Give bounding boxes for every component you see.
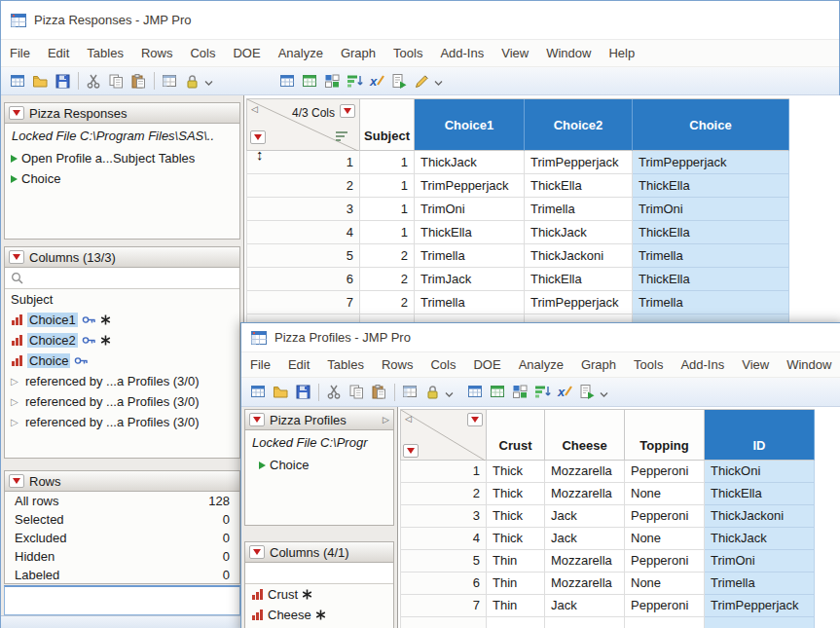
row-number-cell[interactable]: 2 bbox=[247, 174, 360, 198]
cell[interactable]: 2 bbox=[360, 244, 415, 268]
data-table-button[interactable] bbox=[464, 381, 487, 403]
toolbar-overflow-button[interactable] bbox=[203, 70, 214, 92]
cell[interactable]: ThickElla bbox=[633, 174, 789, 198]
cell[interactable]: TrimPepperjack bbox=[633, 151, 789, 174]
columns-search-input[interactable] bbox=[28, 270, 234, 287]
menu-file[interactable]: File bbox=[1, 41, 39, 65]
cell[interactable]: ThickElla bbox=[633, 221, 789, 244]
new-data-table-button[interactable] bbox=[247, 381, 270, 403]
menu-cols[interactable]: Cols bbox=[421, 352, 464, 377]
cut-button[interactable] bbox=[323, 381, 346, 403]
table-script-open-profile[interactable]: Open Profile a...Subject Tables bbox=[5, 148, 239, 168]
cell[interactable]: ThickOni bbox=[705, 461, 815, 483]
cell[interactable]: Mozzarella bbox=[545, 483, 625, 505]
toolbar-overflow-button[interactable] bbox=[444, 382, 455, 403]
menu-file[interactable]: File bbox=[241, 352, 279, 377]
cell[interactable]: ThickElla bbox=[525, 174, 633, 198]
sort-button[interactable] bbox=[344, 70, 366, 92]
cell[interactable]: TrimJack bbox=[415, 268, 525, 291]
cell[interactable]: TrimPepperjack bbox=[415, 174, 525, 198]
cell[interactable]: ThickJackoni bbox=[525, 244, 633, 268]
cell[interactable]: Trimella bbox=[415, 244, 525, 268]
column-header-choice1[interactable]: Choice1 bbox=[415, 99, 525, 151]
formula-button[interactable]: x bbox=[366, 70, 388, 92]
run-script-button[interactable] bbox=[576, 381, 599, 403]
cell[interactable]: Trimella bbox=[633, 244, 789, 268]
table-script-choice[interactable]: Choice bbox=[245, 455, 393, 475]
new-data-table-button[interactable] bbox=[7, 70, 29, 92]
menu-window[interactable]: Window bbox=[537, 41, 600, 65]
menu-graph[interactable]: Graph bbox=[332, 41, 384, 65]
cell[interactable]: Thick bbox=[487, 528, 545, 550]
menu-doe[interactable]: DOE bbox=[224, 41, 269, 65]
cell[interactable]: 1 bbox=[360, 198, 415, 221]
toolbar-overflow-button[interactable] bbox=[433, 70, 444, 92]
cell[interactable]: Thick bbox=[487, 505, 545, 528]
column-item-choice1[interactable]: Choice1 bbox=[5, 310, 239, 330]
menu-view[interactable]: View bbox=[493, 41, 537, 65]
column-item-crust[interactable]: Crust bbox=[245, 584, 393, 605]
paste-button[interactable] bbox=[368, 381, 390, 403]
paste-button[interactable] bbox=[128, 70, 150, 92]
annotate-button[interactable] bbox=[411, 70, 433, 92]
table-corner[interactable]: ◁ 4/3 Cols bbox=[247, 99, 360, 151]
menu-rows[interactable]: Rows bbox=[132, 41, 182, 65]
split-table-button[interactable] bbox=[509, 381, 531, 403]
referenced-tables-item[interactable]: ▷referenced by ...a Profiles (3/0) bbox=[5, 371, 239, 391]
menu-tables[interactable]: Tables bbox=[318, 352, 373, 377]
column-header-choice[interactable]: Choice bbox=[633, 99, 789, 151]
copy-button[interactable] bbox=[105, 70, 128, 92]
run-script-button[interactable] bbox=[388, 70, 411, 92]
table-corner[interactable]: ◁ bbox=[401, 410, 487, 461]
table-script-choice[interactable]: Choice bbox=[5, 168, 239, 189]
cell[interactable]: Thick bbox=[487, 461, 545, 483]
lock-button[interactable] bbox=[181, 70, 203, 92]
cell[interactable]: Mozzarella bbox=[545, 461, 625, 483]
red-triangle-menu-button[interactable] bbox=[9, 250, 24, 264]
open-button[interactable] bbox=[270, 381, 292, 403]
column-item-choice[interactable]: Choice bbox=[5, 351, 239, 371]
tables-grid-button[interactable] bbox=[159, 70, 181, 92]
cell[interactable]: Pepperoni bbox=[625, 505, 705, 528]
menu-tables[interactable]: Tables bbox=[78, 41, 132, 65]
collapse-panel-icon[interactable]: ◁ bbox=[251, 105, 258, 114]
cell[interactable]: TrimOni bbox=[415, 198, 525, 221]
toolbar-overflow-button[interactable] bbox=[599, 382, 609, 403]
menu-analyze[interactable]: Analyze bbox=[510, 352, 572, 377]
cell[interactable]: Pepperoni bbox=[625, 595, 705, 617]
row-number-cell[interactable]: 1 bbox=[401, 461, 487, 483]
cell[interactable]: Trimella bbox=[705, 573, 815, 595]
cell[interactable]: 1 bbox=[360, 174, 415, 198]
menu-view[interactable]: View bbox=[733, 352, 778, 377]
cell[interactable]: Jack bbox=[545, 505, 625, 528]
cell[interactable] bbox=[545, 617, 625, 628]
row-number-cell[interactable]: 5 bbox=[247, 244, 360, 268]
summary-button[interactable] bbox=[487, 381, 509, 403]
cell[interactable]: Trimella bbox=[633, 291, 789, 314]
cell[interactable]: ThickElla bbox=[705, 483, 815, 505]
cell[interactable]: TrimPepperjack bbox=[705, 595, 815, 617]
collapse-panel-icon[interactable]: ◁ bbox=[405, 415, 412, 424]
column-header-id[interactable]: ID bbox=[705, 410, 815, 461]
row-number-cell[interactable]: 1 bbox=[247, 151, 360, 174]
cell[interactable]: Jack bbox=[545, 595, 625, 617]
rows-menu-button[interactable] bbox=[250, 130, 266, 144]
cell[interactable]: Mozzarella bbox=[545, 550, 625, 573]
menu-addins[interactable]: Add-Ins bbox=[431, 41, 493, 65]
row-number-cell[interactable]: 4 bbox=[247, 221, 360, 244]
cell[interactable]: Trimella bbox=[525, 198, 633, 221]
cell[interactable]: Thin bbox=[487, 550, 545, 573]
filter-list-icon[interactable] bbox=[335, 129, 349, 143]
red-triangle-menu-button[interactable] bbox=[9, 474, 24, 488]
column-header-subject[interactable]: Subject bbox=[360, 99, 415, 151]
cell[interactable]: 1 bbox=[360, 221, 415, 244]
cell[interactable]: Pepperoni bbox=[625, 461, 705, 483]
open-button[interactable] bbox=[29, 70, 52, 92]
formula-button[interactable]: x bbox=[554, 381, 576, 403]
row-number-cell[interactable]: 3 bbox=[401, 505, 487, 528]
menu-doe[interactable]: DOE bbox=[464, 352, 509, 377]
cell[interactable]: TrimPepperjack bbox=[525, 291, 633, 314]
column-header-cheese[interactable]: Cheese bbox=[545, 410, 625, 461]
columns-menu-button[interactable] bbox=[467, 413, 483, 426]
row-number-cell[interactable] bbox=[401, 617, 487, 628]
